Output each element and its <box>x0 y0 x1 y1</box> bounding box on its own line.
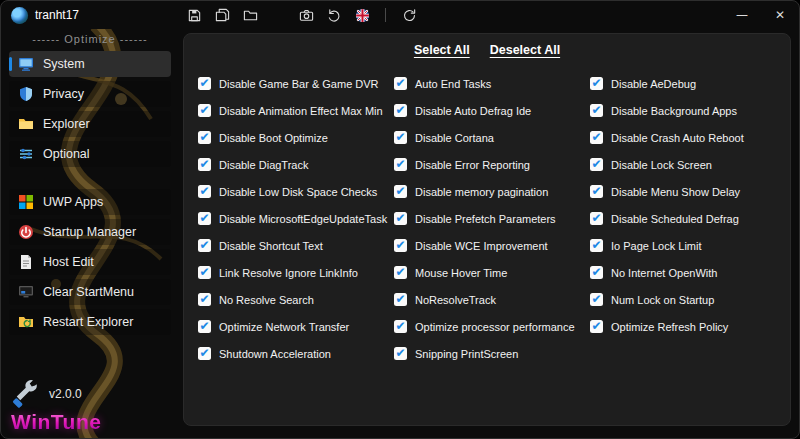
checkbox-checked-icon[interactable]: ✔ <box>590 293 603 306</box>
sidebar-item-clear-startmenu[interactable]: Clear StartMenu <box>9 279 171 305</box>
tweak-item[interactable]: ✔Auto End Tasks <box>394 77 590 90</box>
folder-open-icon[interactable] <box>239 4 261 26</box>
checkbox-checked-icon[interactable]: ✔ <box>394 293 407 306</box>
tweak-item[interactable]: ✔No Resolve Search <box>198 293 394 306</box>
checkbox-checked-icon[interactable]: ✔ <box>394 347 407 360</box>
tweak-item[interactable]: ✔Disable Animation Effect Max Min <box>198 104 394 117</box>
tweak-item[interactable]: ✔Disable Menu Show Delay <box>590 185 790 198</box>
sidebar-item-explorer[interactable]: Explorer <box>9 111 171 137</box>
tweak-item[interactable]: ✔Snipping PrintScreen <box>394 347 590 360</box>
folder-icon <box>18 116 34 132</box>
camera-icon[interactable] <box>295 4 317 26</box>
tweak-item[interactable]: ✔Disable Background Apps <box>590 104 790 117</box>
tweak-item[interactable]: ✔Mouse Hover Time <box>394 266 590 279</box>
tweak-item[interactable]: ✔Disable DiagTrack <box>198 158 394 171</box>
tweak-label: Disable memory pagination <box>415 186 548 198</box>
checkbox-checked-icon[interactable]: ✔ <box>394 185 407 198</box>
refresh-icon[interactable] <box>398 4 420 26</box>
checkbox-checked-icon[interactable]: ✔ <box>590 266 603 279</box>
tweak-item[interactable]: ✔Disable Low Disk Space Checks <box>198 185 394 198</box>
deselect-all-link[interactable]: Deselect All <box>490 43 560 57</box>
tweak-item[interactable]: ✔Disable MicrosoftEdgeUpdateTask <box>198 212 394 225</box>
select-all-link[interactable]: Select All <box>414 43 470 57</box>
checkbox-checked-icon[interactable]: ✔ <box>198 158 211 171</box>
checkbox-checked-icon[interactable]: ✔ <box>198 77 211 90</box>
tweak-item[interactable]: ✔Optimize Network Transfer <box>198 320 394 333</box>
tweak-item[interactable]: ✔Disable AeDebug <box>590 77 790 90</box>
sidebar-item-label: Optional <box>43 147 90 161</box>
sidebar-item-system[interactable]: System <box>9 51 171 77</box>
tweak-label: Io Page Lock Limit <box>611 240 702 252</box>
checkbox-checked-icon[interactable]: ✔ <box>394 158 407 171</box>
checkbox-checked-icon[interactable]: ✔ <box>590 212 603 225</box>
undo-icon[interactable] <box>323 4 345 26</box>
sidebar-item-uwp-apps[interactable]: UWP Apps <box>9 189 171 215</box>
tweak-item[interactable]: ✔No Internet OpenWith <box>590 266 790 279</box>
tweak-item[interactable]: ✔Disable Shortcut Text <box>198 239 394 252</box>
sidebar-nav: SystemPrivacyExplorerOptionalUWP AppsSta… <box>1 51 179 335</box>
tweak-item[interactable]: ✔Disable Game Bar & Game DVR <box>198 77 394 90</box>
tweak-item[interactable]: ✔Disable Lock Screen <box>590 158 790 171</box>
sidebar: ------ Optimize ------ SystemPrivacyExpl… <box>1 29 179 438</box>
checkbox-checked-icon[interactable]: ✔ <box>198 293 211 306</box>
checkbox-checked-icon[interactable]: ✔ <box>590 185 603 198</box>
save-icon[interactable] <box>183 4 205 26</box>
checkbox-checked-icon[interactable]: ✔ <box>394 266 407 279</box>
main-panel: Select All Deselect All ✔Disable Game Ba… <box>183 33 791 426</box>
tweak-item[interactable]: ✔Shutdown Acceleration <box>198 347 394 360</box>
tweak-item[interactable]: ✔Disable Error Reporting <box>394 158 590 171</box>
checkbox-checked-icon[interactable]: ✔ <box>198 131 211 144</box>
checkbox-checked-icon[interactable]: ✔ <box>198 185 211 198</box>
tweak-item[interactable]: ✔Io Page Lock Limit <box>590 239 790 252</box>
tweak-item[interactable]: ✔Disable Prefetch Parameters <box>394 212 590 225</box>
checkbox-checked-icon[interactable]: ✔ <box>198 266 211 279</box>
tweak-label: Disable Menu Show Delay <box>611 186 740 198</box>
checkbox-checked-icon[interactable]: ✔ <box>198 320 211 333</box>
checkbox-checked-icon[interactable]: ✔ <box>198 347 211 360</box>
sidebar-item-startup-manager[interactable]: Startup Manager <box>9 219 171 245</box>
checkbox-checked-icon[interactable]: ✔ <box>590 320 603 333</box>
tweak-item[interactable]: ✔Disable Boot Optimize <box>198 131 394 144</box>
sidebar-item-optional[interactable]: Optional <box>9 141 171 167</box>
checkbox-checked-icon[interactable]: ✔ <box>590 131 603 144</box>
tweak-item[interactable]: ✔Num Lock on Startup <box>590 293 790 306</box>
sidebar-item-privacy[interactable]: Privacy <box>9 81 171 107</box>
shield-icon <box>18 86 34 102</box>
tweak-item[interactable]: ✔Disable Crash Auto Reboot <box>590 131 790 144</box>
tweak-item[interactable]: ✔Disable memory pagination <box>394 185 590 198</box>
checkbox-checked-icon[interactable]: ✔ <box>394 131 407 144</box>
minimize-button[interactable]: — <box>723 1 761 29</box>
sidebar-item-host-edit[interactable]: Host Edit <box>9 249 171 275</box>
checkbox-checked-icon[interactable]: ✔ <box>198 239 211 252</box>
checkbox-checked-icon[interactable]: ✔ <box>590 158 603 171</box>
tweak-item[interactable]: ✔Optimize Refresh Policy <box>590 320 790 333</box>
checkbox-checked-icon[interactable]: ✔ <box>394 320 407 333</box>
tweak-item[interactable]: ✔NoResolveTrack <box>394 293 590 306</box>
tweak-label: Disable Auto Defrag Ide <box>415 105 531 117</box>
tweak-item[interactable]: ✔Disable Scheduled Defrag <box>590 212 790 225</box>
checkbox-checked-icon[interactable]: ✔ <box>394 239 407 252</box>
checkbox-checked-icon[interactable]: ✔ <box>394 212 407 225</box>
tweak-item[interactable]: ✔Disable Cortana <box>394 131 590 144</box>
uk-flag-icon[interactable] <box>351 4 373 26</box>
sidebar-item-restart-explorer[interactable]: Restart Explorer <box>9 309 171 335</box>
checkbox-checked-icon[interactable]: ✔ <box>198 212 211 225</box>
checkbox-checked-icon[interactable]: ✔ <box>198 104 211 117</box>
checkbox-checked-icon[interactable]: ✔ <box>590 104 603 117</box>
tweak-label: Disable Background Apps <box>611 105 737 117</box>
checkbox-checked-icon[interactable]: ✔ <box>394 104 407 117</box>
close-button[interactable]: ✕ <box>761 1 799 29</box>
checkbox-checked-icon[interactable]: ✔ <box>590 239 603 252</box>
tweak-item[interactable]: ✔Link Resolve Ignore LinkInfo <box>198 266 394 279</box>
tweak-item[interactable]: ✔Optimize processor performance <box>394 320 590 333</box>
optimize-section-label: ------ Optimize ------ <box>1 33 179 45</box>
tweak-item[interactable]: ✔Disable Auto Defrag Ide <box>394 104 590 117</box>
tweak-item[interactable]: ✔Disable WCE Improvement <box>394 239 590 252</box>
checkbox-column: ✔Disable Game Bar & Game DVR✔Disable Ani… <box>198 77 394 360</box>
save-all-icon[interactable] <box>211 4 233 26</box>
user-profile[interactable]: tranht17 <box>1 7 177 24</box>
checkbox-checked-icon[interactable]: ✔ <box>394 77 407 90</box>
username: tranht17 <box>35 8 79 22</box>
window-controls: — ✕ <box>723 1 799 29</box>
checkbox-checked-icon[interactable]: ✔ <box>590 77 603 90</box>
